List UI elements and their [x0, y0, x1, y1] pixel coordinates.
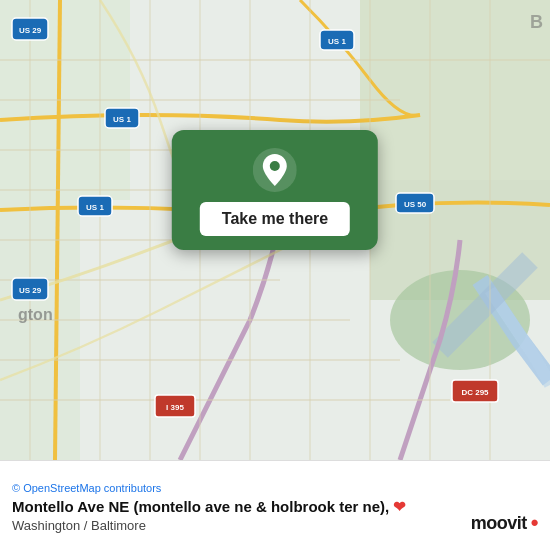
svg-text:US 50: US 50: [404, 200, 427, 209]
svg-text:DC 295: DC 295: [461, 388, 489, 397]
svg-text:B: B: [530, 12, 543, 32]
osm-attribution: © OpenStreetMap contributors: [12, 482, 538, 494]
moovit-dot: •: [531, 510, 538, 536]
osm-attribution-text: © OpenStreetMap contributors: [12, 482, 161, 494]
svg-text:US 1: US 1: [328, 37, 346, 46]
location-pin-icon: [253, 148, 297, 192]
svg-rect-5: [0, 200, 80, 460]
svg-text:gton: gton: [18, 306, 53, 323]
svg-text:US 29: US 29: [19, 26, 42, 35]
map-view: US 29 US 29 US 1 US 1 US 50 I 395 DC 295…: [0, 0, 550, 460]
svg-point-44: [270, 161, 280, 171]
take-me-there-button[interactable]: Take me there: [200, 202, 350, 236]
svg-text:I 395: I 395: [166, 403, 184, 412]
svg-text:US 29: US 29: [19, 286, 42, 295]
moovit-label: moovit: [471, 513, 527, 534]
location-city: Washington / Baltimore: [12, 518, 538, 533]
popup-card: Take me there: [172, 130, 378, 250]
svg-rect-1: [360, 0, 550, 180]
location-name: Montello Ave NE (montello ave ne & holbr…: [12, 498, 538, 516]
svg-text:US 1: US 1: [86, 203, 104, 212]
moovit-logo: moovit •: [471, 510, 538, 536]
svg-text:US 1: US 1: [113, 115, 131, 124]
bottom-info-bar: © OpenStreetMap contributors Montello Av…: [0, 460, 550, 550]
